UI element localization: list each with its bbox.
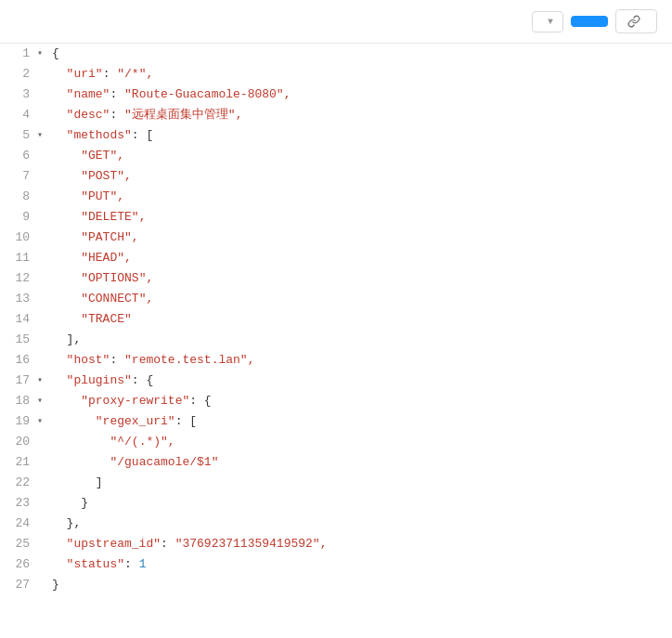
- code-indent: [52, 187, 81, 207]
- line-number: 23: [7, 493, 30, 514]
- line-number: 14: [7, 309, 30, 330]
- code-line: },: [37, 514, 672, 534]
- code-line: ▾ {: [37, 44, 672, 64]
- code-line: ],: [37, 330, 672, 350]
- code-line: }: [37, 575, 672, 595]
- code-line: "HEAD",: [37, 248, 672, 268]
- line-number: 11: [7, 248, 30, 268]
- code-content: ▾ { "uri": "/*", "name": "Route-Guacamol…: [37, 44, 672, 629]
- code-line: ▾ "plugins": {: [37, 371, 672, 391]
- line-number: 8: [7, 187, 30, 207]
- code-line: "OPTIONS",: [37, 268, 672, 289]
- line-number: 27: [7, 575, 30, 595]
- code-line: ▾ "regex_uri": [: [37, 411, 672, 432]
- code-line: "desc": "远程桌面集中管理",: [37, 105, 672, 125]
- collapse-arrow[interactable]: ▾: [37, 391, 52, 411]
- line-number: 25: [7, 534, 30, 554]
- code-line: "^/(.*)",: [37, 432, 672, 452]
- code-line: ]: [37, 473, 672, 493]
- code-indent: [52, 207, 81, 228]
- code-indent: [52, 330, 67, 350]
- code-indent: [52, 432, 110, 452]
- code-indent: [52, 554, 67, 575]
- line-number: 19: [7, 411, 30, 432]
- line-number: 12: [7, 268, 30, 289]
- line-numbers: 1234567891011121314151617181920212223242…: [0, 44, 37, 629]
- code-line: "/guacamole/$1": [37, 452, 672, 473]
- copy-button[interactable]: [571, 16, 608, 27]
- code-line: "CONNECT",: [37, 289, 672, 309]
- code-indent: [52, 309, 81, 330]
- line-number: 6: [7, 146, 30, 166]
- collapse-arrow[interactable]: ▾: [37, 371, 52, 391]
- toolbar: ▼: [0, 0, 672, 44]
- code-indent: [52, 391, 81, 411]
- line-number: 18: [7, 391, 30, 411]
- code-line: "upstream_id": "376923711359419592",: [37, 534, 672, 554]
- code-indent: [52, 350, 67, 371]
- code-container: 1234567891011121314151617181920212223242…: [0, 44, 672, 629]
- code-indent: [52, 64, 67, 85]
- line-number: 24: [7, 514, 30, 534]
- link-icon: [627, 15, 640, 28]
- code-indent: [52, 534, 67, 554]
- code-line: "host": "remote.test.lan",: [37, 350, 672, 371]
- code-line: ▾ "proxy-rewrite": {: [37, 391, 672, 411]
- code-line: ▾ "methods": [: [37, 125, 672, 146]
- code-indent: [52, 473, 96, 493]
- line-number: 1: [7, 44, 30, 64]
- line-number: 17: [7, 371, 30, 391]
- line-number: 5: [7, 125, 30, 146]
- collapse-arrow[interactable]: ▾: [37, 44, 52, 64]
- line-number: 26: [7, 554, 30, 575]
- line-number: 16: [7, 350, 30, 371]
- code-indent: [52, 105, 67, 125]
- line-number: 7: [7, 166, 30, 187]
- code-indent: [52, 228, 81, 248]
- code-indent: [52, 289, 81, 309]
- code-indent: [52, 514, 67, 534]
- line-number: 15: [7, 330, 30, 350]
- code-indent: [52, 248, 81, 268]
- line-number: 13: [7, 289, 30, 309]
- line-number: 3: [7, 85, 30, 105]
- code-line: "status": 1: [37, 554, 672, 575]
- format-selector[interactable]: ▼: [532, 11, 563, 33]
- code-indent: [52, 146, 81, 166]
- line-number: 22: [7, 473, 30, 493]
- chevron-down-icon: ▼: [548, 17, 553, 27]
- code-line: "PUT",: [37, 187, 672, 207]
- line-number: 21: [7, 452, 30, 473]
- line-number: 20: [7, 432, 30, 452]
- collapse-arrow[interactable]: ▾: [37, 411, 52, 432]
- code-line: "TRACE": [37, 309, 672, 330]
- code-indent: [52, 85, 67, 105]
- code-line: "PATCH",: [37, 228, 672, 248]
- code-indent: [52, 268, 81, 289]
- code-indent: [52, 125, 67, 146]
- code-indent: [52, 452, 110, 473]
- code-indent: [52, 371, 67, 391]
- code-indent: [52, 411, 96, 432]
- code-line: "POST",: [37, 166, 672, 187]
- code-line: }: [37, 493, 672, 514]
- document-button[interactable]: [615, 9, 657, 33]
- line-number: 9: [7, 207, 30, 228]
- code-line: "GET",: [37, 146, 672, 166]
- code-line: "name": "Route-Guacamole-8080",: [37, 85, 672, 105]
- code-indent: [52, 166, 81, 187]
- line-number: 10: [7, 228, 30, 248]
- code-line: "DELETE",: [37, 207, 672, 228]
- code-indent: [52, 493, 81, 514]
- code-line: "uri": "/*",: [37, 64, 672, 85]
- collapse-arrow[interactable]: ▾: [37, 125, 52, 146]
- line-number: 2: [7, 64, 30, 85]
- line-number: 4: [7, 105, 30, 125]
